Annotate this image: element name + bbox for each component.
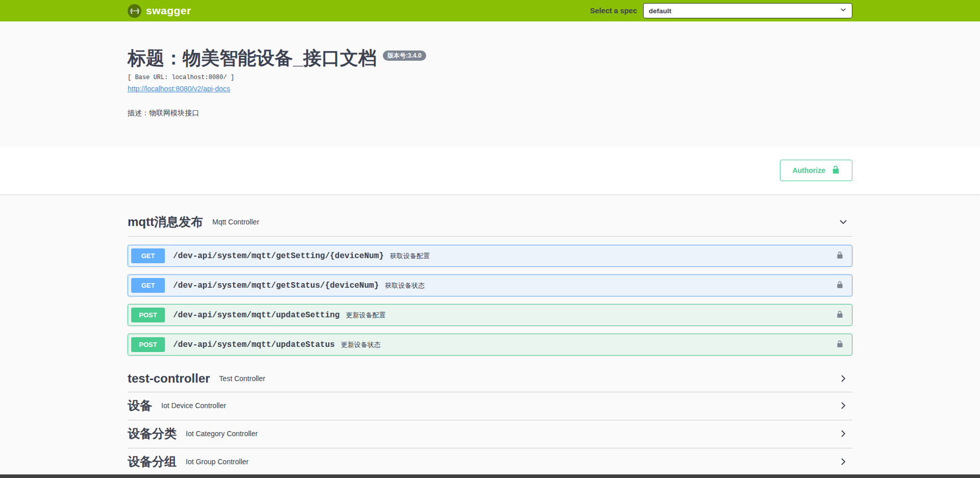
lock-button[interactable] — [831, 339, 849, 350]
lock-button[interactable] — [831, 250, 849, 262]
endpoint-row-updateStatus[interactable]: POST /dev-api/system/mqtt/updateStatus 更… — [128, 334, 852, 356]
endpoint-path: /dev-api/system/mqtt/getSetting/{deviceN… — [173, 251, 384, 261]
chevron-right-icon[interactable] — [838, 373, 848, 384]
endpoint-path: /dev-api/system/mqtt/updateSetting — [173, 311, 339, 320]
unlock-icon — [836, 251, 844, 261]
scheme-container: Authorize — [0, 146, 980, 194]
chevron-down-icon[interactable] — [838, 217, 848, 227]
endpoint-row-getStatus[interactable]: GET /dev-api/system/mqtt/getStatus/{devi… — [128, 274, 852, 296]
section-header-iot-category[interactable]: 设备分类 Iot Category Controller — [128, 420, 852, 448]
select-spec-label: Select a spec — [590, 7, 637, 15]
section-header-mqtt[interactable]: mqtt消息发布 Mqtt Controller — [128, 209, 852, 237]
authorize-button[interactable]: Authorize — [780, 160, 852, 181]
section-subtitle: Test Controller — [219, 374, 265, 383]
api-description: 描述：物联网模块接口 — [128, 109, 852, 118]
swagger-logo: {⋯} swagger — [128, 4, 191, 18]
endpoint-row-getSetting[interactable]: GET /dev-api/system/mqtt/getSetting/{dev… — [128, 245, 852, 267]
lock-button[interactable] — [831, 309, 849, 321]
method-badge: GET — [131, 278, 165, 293]
method-badge: POST — [131, 337, 165, 352]
endpoint-row-updateSetting[interactable]: POST /dev-api/system/mqtt/updateSetting … — [128, 304, 852, 326]
section-subtitle: Iot Group Controller — [186, 458, 249, 466]
unlock-icon — [836, 310, 844, 320]
section-title: test-controller — [128, 371, 210, 386]
authorize-label: Authorize — [792, 166, 825, 174]
section-header-iot-device[interactable]: 设备 Iot Device Controller — [128, 392, 852, 420]
section-title: 设备分类 — [128, 425, 177, 442]
endpoint-summary: 获取设备状态 — [385, 281, 425, 290]
swagger-braces-icon: {⋯} — [128, 4, 141, 18]
unlock-icon — [831, 165, 840, 175]
section-title: 设备分组 — [128, 454, 177, 470]
method-badge: POST — [131, 308, 165, 322]
chevron-right-icon[interactable] — [838, 429, 848, 439]
unlock-icon — [836, 281, 844, 290]
base-url: [ Base URL: localhost:8080/ ] — [128, 74, 852, 81]
chevron-right-icon[interactable] — [838, 457, 848, 467]
section-subtitle: Mqtt Controller — [212, 218, 259, 226]
endpoint-path: /dev-api/system/mqtt/updateStatus — [173, 340, 335, 349]
section-title: 设备 — [128, 397, 152, 414]
topbar: {⋯} swagger Select a spec default — [0, 0, 980, 21]
chevron-right-icon[interactable] — [838, 400, 848, 411]
lock-button[interactable] — [831, 280, 849, 291]
api-title-text: 标题：物美智能设备_接口文档 — [128, 47, 377, 68]
section-header-iot-group[interactable]: 设备分组 Iot Group Controller — [128, 448, 852, 476]
endpoint-summary: 更新设备状态 — [341, 340, 381, 349]
bottom-edge-strip — [0, 474, 980, 478]
unlock-icon — [836, 340, 844, 349]
chevron-down-icon — [840, 6, 847, 15]
page-title: 标题：物美智能设备_接口文档版本号:3.4.0 — [128, 47, 852, 69]
spec-select[interactable]: default — [643, 3, 852, 18]
endpoint-path: /dev-api/system/mqtt/getStatus/{deviceNu… — [173, 281, 379, 290]
brand-name: swagger — [146, 5, 191, 17]
section-subtitle: Iot Category Controller — [186, 430, 258, 438]
method-badge: GET — [131, 248, 165, 263]
section-subtitle: Iot Device Controller — [161, 401, 226, 410]
endpoint-summary: 更新设备配置 — [346, 311, 385, 320]
section-title: mqtt消息发布 — [128, 214, 203, 230]
spec-select-value: default — [649, 7, 671, 15]
operations-list: mqtt消息发布 Mqtt Controller GET /dev-api/sy… — [117, 194, 863, 478]
api-info-section: 标题：物美智能设备_接口文档版本号:3.4.0 [ Base URL: loca… — [0, 21, 980, 146]
version-badge: 版本号:3.4.0 — [383, 51, 426, 61]
endpoint-summary: 获取设备配置 — [390, 251, 430, 261]
section-header-test-controller[interactable]: test-controller Test Controller — [128, 366, 852, 392]
api-docs-link[interactable]: http://localhost:8080/v2/api-docs — [128, 85, 230, 93]
